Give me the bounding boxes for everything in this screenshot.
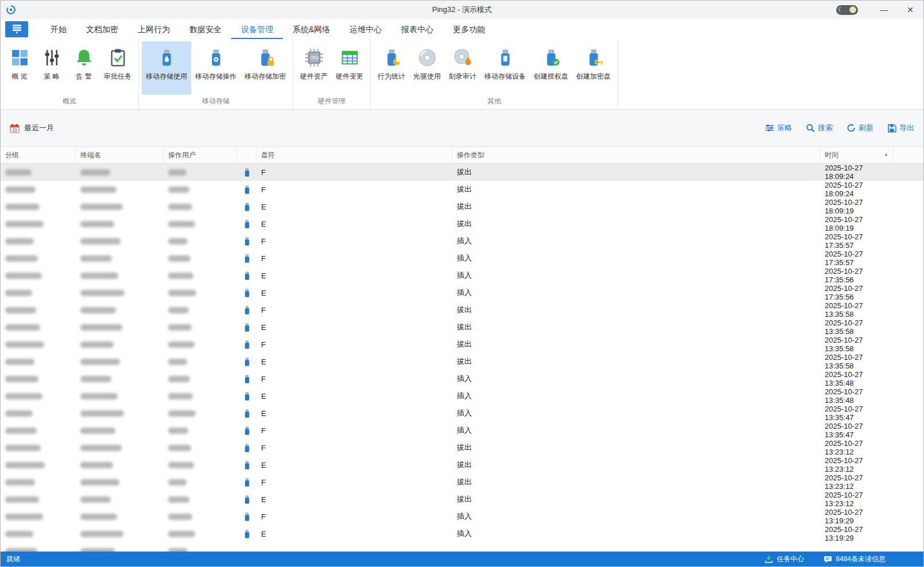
refresh-button[interactable]: 刷新 (847, 123, 873, 133)
cell-drive: F (257, 422, 452, 439)
theme-toggle[interactable]: ☾ (836, 5, 858, 15)
filter-sliders-icon (765, 123, 774, 133)
minimize-button[interactable]: — (871, 1, 897, 19)
redacted-text (80, 204, 123, 210)
ribbon-button-create-encrypted-disk[interactable]: 创建加密盘 (572, 41, 615, 95)
table-row[interactable]: F拔出2025-10-27 18:09:24 (1, 164, 923, 181)
policy-sliders-icon (42, 48, 61, 67)
cell-user-redacted (164, 232, 237, 250)
redacted-text (5, 393, 42, 399)
task-center-button[interactable]: 任务中心 (764, 554, 804, 564)
close-button[interactable]: ✕ (897, 1, 923, 19)
cell-action: 插入 (452, 525, 820, 542)
cell-action: 插入 (452, 284, 820, 301)
tab-system-network[interactable]: 系统&网络 (283, 20, 340, 39)
table-row[interactable]: E拔出2025-10-27 13:23:12 (1, 456, 923, 473)
tab-report-center[interactable]: 报表中心 (391, 20, 443, 39)
table-row[interactable]: F插入2025-10-27 13:35:47 (1, 422, 923, 439)
table-row[interactable]: E插入2025-10-27 13:19:29 (1, 525, 923, 542)
ribbon-button-disc-usage[interactable]: 光驱使用 (409, 41, 445, 95)
ribbon-button-behavior-stats[interactable]: 行为统计 (374, 41, 409, 95)
search-button[interactable]: 搜索 (806, 123, 833, 133)
column-header-drive[interactable]: 盘符 (257, 147, 452, 163)
export-button[interactable]: 导出 (887, 123, 914, 133)
table-row[interactable]: F拔出2025-10-27 13:35:58 (1, 301, 923, 319)
cell-time: 2025-10-27 18:09:19 (820, 215, 894, 232)
ribbon-button-create-auth-disk[interactable]: 创建授权盘 (530, 41, 572, 95)
redacted-text (80, 410, 124, 417)
tab-device-mgmt[interactable]: 设备管理 (231, 20, 283, 39)
tab-data-security[interactable]: 数据安全 (180, 20, 231, 39)
table-row[interactable]: F插入2025-10-27 17:35:57 (1, 232, 923, 250)
cell-drive: F (257, 250, 452, 267)
ribbon-button-policy[interactable]: 策 略 (36, 41, 68, 95)
column-header-label: 操作用户 (168, 150, 196, 160)
usb-lock-icon (256, 48, 275, 67)
table-row[interactable]: E插入2025-10-27 17:35:56 (1, 267, 923, 284)
table-row-partial[interactable] (1, 542, 923, 552)
cell-time (820, 542, 894, 552)
table-row[interactable]: E拔出2025-10-27 18:09:19 (1, 198, 923, 215)
cell-drive: F (257, 439, 452, 456)
table-row[interactable]: F拔出2025-10-27 13:35:58 (1, 336, 923, 353)
cell-group-redacted (1, 215, 76, 232)
ribbon-button-burn-audit[interactable]: 刻录审计 (445, 41, 480, 95)
usb-drive-icon (244, 357, 250, 367)
app-menu-button[interactable]: ▾ (5, 21, 28, 37)
tab-ops-center[interactable]: 运维中心 (340, 20, 391, 39)
table-row[interactable]: E插入2025-10-27 13:35:48 (1, 387, 923, 405)
ribbon-button-hw-asset[interactable]: CPU硬件资产 (296, 41, 332, 95)
redacted-text (5, 479, 35, 486)
table-row[interactable]: F插入2025-10-27 17:35:57 (1, 250, 923, 267)
unread-messages-button[interactable]: 8484条未读信息 (824, 554, 886, 564)
ribbon-button-usb-usage[interactable]: 移动存储使用 (142, 41, 191, 95)
refresh-button-label: 刷新 (859, 123, 873, 133)
table-row[interactable]: F插入2025-10-27 13:19:29 (1, 508, 923, 525)
table-row[interactable]: E拔出2025-10-27 13:23:12 (1, 491, 923, 508)
policy-button[interactable]: 策略 (765, 123, 792, 133)
usb-usage-icon (157, 48, 176, 67)
redacted-text (168, 169, 187, 176)
table-row[interactable]: E插入2025-10-27 17:35:56 (1, 284, 923, 301)
tab-web-behavior[interactable]: 上网行为 (128, 20, 180, 39)
usb-drive-icon (244, 391, 250, 401)
table-row[interactable]: F拔出2025-10-27 18:09:24 (1, 181, 923, 198)
table-row[interactable]: E拔出2025-10-27 13:35:58 (1, 319, 923, 336)
table-row[interactable]: F拔出2025-10-27 13:23:12 (1, 473, 923, 491)
column-header-terminal[interactable]: 终端名 (76, 147, 164, 163)
column-header-user[interactable]: 操作用户 (164, 147, 237, 163)
cell-time: 2025-10-27 17:35:56 (820, 267, 894, 284)
date-range-filter[interactable]: 23 最近一月 (10, 123, 54, 133)
redacted-text (168, 255, 191, 262)
table-row[interactable]: E拔出2025-10-27 13:35:58 (1, 353, 923, 370)
redacted-text (80, 238, 121, 244)
redacted-text (5, 496, 39, 503)
tab-doc-encryption[interactable]: 文档加密 (76, 20, 128, 39)
table-row[interactable]: F插入2025-10-27 13:35:48 (1, 370, 923, 387)
cell-time: 2025-10-27 17:35:56 (820, 284, 894, 301)
cell-user-redacted (164, 301, 237, 319)
ribbon-button-approval-task[interactable]: 审批任务 (100, 41, 135, 95)
cell-terminal-redacted (76, 250, 164, 267)
cell-action: 拔出 (452, 301, 820, 319)
redacted-text (5, 238, 34, 244)
column-header-group[interactable]: 分组 (1, 147, 76, 163)
table-row[interactable]: E拔出2025-10-27 18:09:19 (1, 215, 923, 232)
tab-more-features[interactable]: 更多功能 (443, 20, 495, 39)
tab-home[interactable]: 开始 (41, 20, 76, 39)
time-filter-arrow-icon[interactable]: ▼ (884, 153, 888, 158)
theme-toggle-knob (849, 6, 856, 13)
usb-drive-icon (244, 185, 250, 195)
ribbon-button-usb-operation[interactable]: 移动存储操作 (191, 41, 240, 95)
ribbon-button-alert[interactable]: 告 警 (68, 41, 100, 95)
ribbon-button-usb-encryption[interactable]: 移动存储加密 (240, 41, 290, 95)
column-header-device-icon[interactable] (237, 147, 257, 163)
column-header-time[interactable]: 时间▼ (820, 147, 894, 163)
table-row[interactable]: E插入2025-10-27 13:35:47 (1, 405, 923, 422)
filterbar-actions: 策略搜索刷新导出 (765, 123, 914, 133)
table-row[interactable]: F拔出2025-10-27 13:23:12 (1, 439, 923, 456)
ribbon-button-usb-devices[interactable]: 移动存储设备 (480, 41, 530, 95)
ribbon-button-overview[interactable]: 概 览 (3, 41, 36, 95)
column-header-action[interactable]: 操作类型 (452, 147, 820, 163)
ribbon-button-hw-change[interactable]: 硬件变更 (332, 41, 367, 95)
